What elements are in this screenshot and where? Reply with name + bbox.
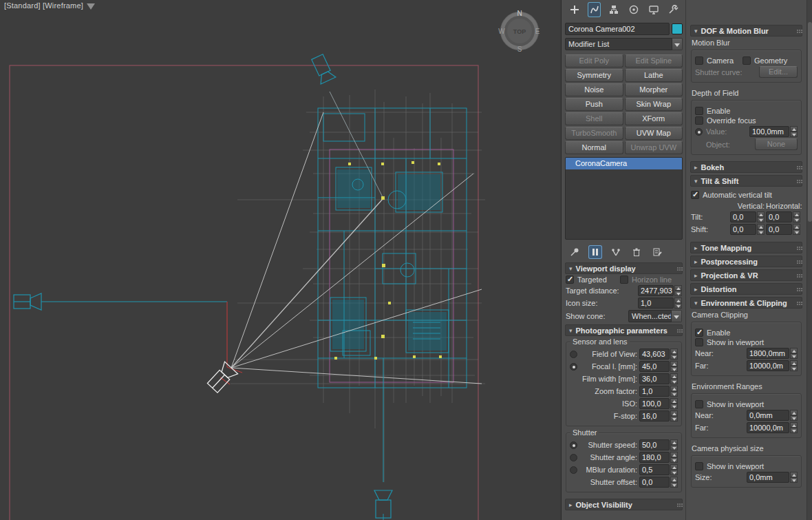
show-cone-arrow-icon[interactable] <box>672 310 682 322</box>
modifier-button-morpher[interactable]: Morpher <box>625 83 683 96</box>
mblur-duration-field[interactable]: 0,5 <box>639 464 670 475</box>
tilt-horizontal-field[interactable]: 0,0 <box>766 211 792 222</box>
tab-motion[interactable] <box>627 2 641 17</box>
modifier-button-push[interactable]: Push <box>565 98 623 111</box>
wireframe-scene[interactable] <box>0 0 562 520</box>
modifier-button-lathe[interactable]: Lathe <box>625 69 683 82</box>
focus-value-spinner[interactable] <box>790 126 798 137</box>
focus-value-radio[interactable] <box>695 128 703 136</box>
automatic-vertical-tilt-checkbox[interactable] <box>691 191 699 199</box>
modifier-button-unwrap-uvw[interactable]: Unwrap UVW <box>625 141 683 154</box>
rollout-photographic-parameters[interactable]: ▾ Photographic parameters <box>565 324 683 336</box>
env-far-spinner[interactable] <box>790 422 798 433</box>
camera-icon-left[interactable] <box>14 293 41 310</box>
target-distance-field[interactable]: 2477,903 <box>638 285 674 296</box>
configure-modifier-sets-button[interactable] <box>650 245 664 259</box>
shutter-offset-spinner[interactable] <box>670 477 678 488</box>
modifier-button-normal[interactable]: Normal <box>565 141 623 154</box>
object-color-swatch[interactable] <box>672 23 683 34</box>
modifier-button-edit-spline[interactable]: Edit Spline <box>625 54 683 67</box>
shift-vertical-field[interactable]: 0,0 <box>730 224 756 235</box>
shift-vertical-spinner[interactable] <box>757 224 765 235</box>
clipping-far-spinner[interactable] <box>790 360 798 371</box>
camera-size-field[interactable]: 0,0mm <box>747 472 789 483</box>
stack-item-corona-camera[interactable]: CoronaCamera <box>566 158 682 169</box>
remove-modifier-button[interactable] <box>630 245 643 259</box>
shutter-speed-field[interactable]: 50,0 <box>639 439 670 450</box>
focal-length-radio[interactable] <box>570 363 577 371</box>
fov-spinner[interactable] <box>670 349 678 360</box>
rollout-object-visibility[interactable]: ▸ Object Visibility <box>565 499 683 510</box>
compass-south[interactable]: S <box>517 45 522 53</box>
motion-blur-geometry-checkbox[interactable] <box>742 56 751 65</box>
compass-north[interactable]: N <box>517 10 522 17</box>
shutter-speed-radio[interactable] <box>570 441 577 449</box>
fov-radio[interactable] <box>570 351 577 358</box>
scrollbar-thumb[interactable] <box>808 22 812 222</box>
film-width-field[interactable]: 36,0 <box>639 373 670 384</box>
targeted-checkbox[interactable] <box>566 275 574 284</box>
env-near-spinner[interactable] <box>790 410 798 421</box>
shutter-offset-field[interactable]: 0,0 <box>639 477 670 488</box>
make-unique-button[interactable] <box>609 245 623 259</box>
modifier-button-turbosmooth[interactable]: TurboSmooth <box>565 127 623 140</box>
object-name-field[interactable] <box>565 23 670 35</box>
clipping-enable-checkbox[interactable] <box>695 329 703 337</box>
rollout-dof-motion-blur[interactable]: ▾ DOF & Motion Blur <box>690 25 802 37</box>
focus-object-button[interactable]: None <box>755 138 798 150</box>
tab-create[interactable] <box>568 2 581 17</box>
clipping-near-field[interactable]: 1800,0mm <box>747 348 789 359</box>
clipping-near-spinner[interactable] <box>790 348 798 359</box>
compass-west[interactable]: W <box>498 28 505 35</box>
viewcube-compass[interactable]: TOP N W S E <box>497 8 542 54</box>
env-show-in-viewport-checkbox[interactable] <box>695 400 703 408</box>
camera-size-spinner[interactable] <box>790 472 798 483</box>
show-cone-dropdown[interactable]: When...cted <box>628 310 682 322</box>
mblur-duration-spinner[interactable] <box>670 464 678 475</box>
tilt-vertical-spinner[interactable] <box>757 211 765 222</box>
icon-size-spinner[interactable] <box>674 298 682 309</box>
modifier-button-shell[interactable]: Shell <box>565 112 623 125</box>
shift-horizontal-spinner[interactable] <box>793 224 800 235</box>
iso-field[interactable]: 100,0 <box>639 398 670 409</box>
camera-icon-top[interactable] <box>310 53 336 84</box>
modifier-list-arrow-icon[interactable] <box>672 38 683 50</box>
modifier-button-symmetry[interactable]: Symmetry <box>565 69 623 82</box>
rollout-viewport-display[interactable]: ▾ Viewport display <box>565 262 683 274</box>
size-show-in-viewport-checkbox[interactable] <box>695 462 703 470</box>
pin-stack-button[interactable] <box>568 245 581 259</box>
show-end-result-button[interactable] <box>588 245 602 259</box>
compass-east[interactable]: E <box>535 28 540 35</box>
tilt-vertical-field[interactable]: 0,0 <box>730 211 756 222</box>
override-focus-checkbox[interactable] <box>695 116 703 125</box>
horizon-line-checkbox[interactable] <box>620 275 628 284</box>
shutter-angle-spinner[interactable] <box>670 452 678 463</box>
clipping-far-field[interactable]: 10000,0m <box>747 360 789 371</box>
zoom-factor-field[interactable]: 1,0 <box>639 386 670 397</box>
fov-field[interactable]: 43,603 <box>639 349 670 360</box>
shutter-angle-field[interactable]: 180,0 <box>639 452 670 463</box>
tab-display[interactable] <box>647 2 661 17</box>
modifier-button-uvw-map[interactable]: UVW Map <box>625 127 683 140</box>
shift-horizontal-field[interactable]: 0,0 <box>766 224 792 235</box>
modifier-list-dropdown[interactable]: Modifier List <box>565 38 683 50</box>
shutter-curve-edit-button[interactable]: Edit... <box>759 66 798 78</box>
modifier-button-noise[interactable]: Noise <box>565 83 623 96</box>
fstop-field[interactable]: 16,0 <box>639 410 670 422</box>
mblur-duration-radio[interactable] <box>570 466 577 474</box>
focal-length-spinner[interactable] <box>670 361 678 372</box>
zoom-factor-spinner[interactable] <box>670 386 678 397</box>
rollout-tone-mapping[interactable]: ▸ Tone Mapping <box>690 242 802 253</box>
modifier-button-skin-wrap[interactable]: Skin Wrap <box>625 98 683 111</box>
film-width-spinner[interactable] <box>670 373 678 384</box>
viewport-menu-triangle-icon[interactable] <box>87 3 95 10</box>
tilt-horizontal-spinner[interactable] <box>793 211 800 222</box>
icon-size-field[interactable]: 1,0 <box>638 298 674 309</box>
focal-length-field[interactable]: 45,0 <box>639 361 670 372</box>
modifier-stack[interactable]: CoronaCamera <box>565 157 683 240</box>
modifier-button-xform[interactable]: XForm <box>625 112 683 125</box>
viewport-label[interactable]: [Standard] [Wireframe] <box>4 1 83 10</box>
clipping-show-in-viewport-checkbox[interactable] <box>695 338 703 346</box>
tab-hierarchy[interactable] <box>607 2 621 17</box>
shutter-angle-radio[interactable] <box>570 454 577 461</box>
